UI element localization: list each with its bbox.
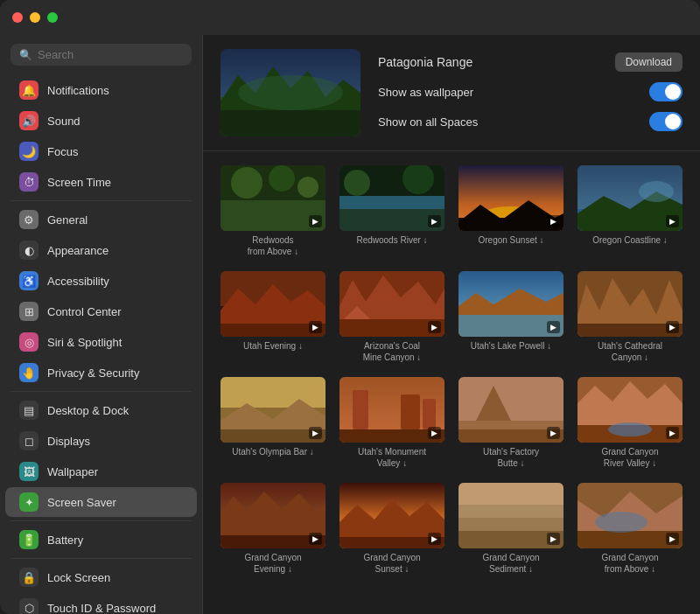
general-label: General (47, 213, 88, 227)
sidebar-item-privacy-security[interactable]: 🤚Privacy & Security (5, 358, 197, 387)
grid-item[interactable]: ▶Utah's Factory Butte ↓ (458, 377, 564, 469)
screen-saver-icon: ✦ (19, 492, 38, 512)
svg-rect-44 (401, 394, 420, 429)
grid-item[interactable]: ▶Arizona's Coal Mine Canyon ↓ (340, 271, 444, 363)
sidebar-divider (10, 558, 192, 559)
maximize-button[interactable] (47, 12, 58, 23)
grid-item[interactable]: ▶Utah Evening ↓ (220, 271, 326, 363)
desktop-dock-icon: ▤ (19, 401, 38, 420)
thumbnail: ▶ (578, 483, 682, 548)
search-box[interactable]: 🔍 (10, 44, 192, 66)
sidebar-item-displays[interactable]: ◻Displays (5, 426, 197, 456)
thumbnail: ▶ (220, 483, 326, 548)
minimize-button[interactable] (30, 12, 40, 23)
search-container: 🔍 (0, 35, 202, 74)
sidebar-item-general[interactable]: ⚙General (5, 205, 197, 234)
preview-name-row: Patagonia Range Download (378, 52, 682, 72)
show-on-all-spaces-toggle[interactable] (649, 112, 682, 131)
svg-rect-38 (220, 377, 326, 408)
preview-info: Patagonia Range Download Show as wallpap… (378, 49, 682, 131)
svg-rect-43 (353, 390, 368, 429)
sidebar-item-lock-screen[interactable]: 🔒Lock Screen (5, 562, 197, 592)
privacy-security-icon: 🤚 (19, 363, 38, 382)
play-icon: ▶ (309, 215, 322, 227)
grid-item[interactable]: ▶Grand Canyon from Above ↓ (578, 483, 682, 575)
grid-label: Oregon Coastline ↓ (592, 234, 668, 246)
privacy-security-label: Privacy & Security (47, 366, 139, 380)
sidebar-divider (10, 391, 192, 392)
sidebar-item-accessibility[interactable]: ♿Accessibility (5, 266, 197, 296)
grid-item[interactable]: ▶Grand Canyon River Valley ↓ (578, 377, 682, 469)
close-button[interactable] (12, 12, 23, 23)
grid-item[interactable]: ▶Utah's Olympia Bar ↓ (220, 377, 326, 469)
play-icon: ▶ (428, 321, 441, 333)
accessibility-label: Accessibility (47, 275, 109, 288)
play-icon: ▶ (428, 215, 441, 227)
thumbnail: ▶ (340, 483, 444, 548)
search-input[interactable] (38, 48, 183, 61)
thumbnail: ▶ (578, 377, 682, 443)
grid-label: Utah's Lake Powell ↓ (471, 340, 552, 352)
svg-point-13 (344, 170, 370, 196)
preview-thumbnail (220, 49, 360, 136)
battery-icon: 🔋 (19, 530, 38, 549)
svg-point-4 (238, 75, 343, 110)
wallpaper-icon: 🖼 (19, 462, 38, 481)
sidebar-item-screen-saver[interactable]: ✦Screen Saver (5, 487, 197, 517)
grid-item[interactable]: ▶Utah's Monument Valley ↓ (340, 377, 444, 469)
sidebar-item-wallpaper[interactable]: 🖼Wallpaper (5, 457, 197, 486)
displays-label: Displays (47, 435, 90, 448)
focus-label: Focus (47, 145, 78, 158)
sidebar-item-siri-spotlight[interactable]: ◎Siri & Spotlight (5, 327, 197, 357)
sidebar-item-control-center[interactable]: ⊞Control Center (5, 297, 197, 326)
desktop-dock-label: Desktop & Dock (47, 404, 129, 417)
grid-item[interactable]: ▶Grand Canyon Evening ↓ (220, 483, 326, 575)
grid-item[interactable]: ▶Utah's Cathedral Canyon ↓ (578, 271, 682, 363)
play-icon: ▶ (666, 321, 679, 333)
sidebar-item-battery[interactable]: 🔋Battery (5, 525, 197, 555)
play-icon: ▶ (547, 427, 560, 439)
svg-point-69 (595, 512, 648, 533)
grid-item[interactable]: ▶Oregon Sunset ↓ (458, 165, 564, 257)
main-content: ‹ › Screen Saver Patag (203, 0, 700, 614)
grid-label: Grand Canyon Sunset ↓ (363, 552, 420, 575)
touch-id-label: Touch ID & Password (47, 602, 156, 615)
show-as-wallpaper-row: Show as wallpaper (378, 82, 682, 101)
wallpaper-label: Wallpaper (47, 465, 98, 478)
touch-id-icon: ⬡ (19, 598, 38, 614)
grid-label: Oregon Sunset ↓ (478, 234, 543, 246)
show-as-wallpaper-toggle[interactable] (649, 82, 682, 101)
sidebar-item-appearance[interactable]: ◐Appearance (5, 235, 197, 265)
sidebar-item-sound[interactable]: 🔊Sound (5, 106, 197, 136)
titlebar (0, 0, 700, 35)
grid-item[interactable]: ▶Grand Canyon Sunset ↓ (340, 483, 444, 575)
sidebar-item-screen-time[interactable]: ⏱Screen Time (5, 167, 197, 197)
thumbnail: ▶ (220, 377, 326, 443)
sidebar-item-focus[interactable]: 🌙Focus (5, 136, 197, 166)
sidebar-item-desktop-dock[interactable]: ▤Desktop & Dock (5, 395, 197, 425)
sidebar-items: 🔔Notifications🔊Sound🌙Focus⏱Screen Time⚙G… (0, 75, 202, 614)
svg-point-54 (608, 422, 652, 436)
thumbnail: ▶ (340, 377, 444, 443)
control-center-icon: ⊞ (19, 302, 38, 321)
svg-point-7 (231, 167, 262, 199)
accessibility-icon: ♿ (19, 271, 38, 290)
svg-rect-3 (220, 110, 360, 136)
grid-item[interactable]: ▶Redwoods River ↓ (340, 165, 444, 257)
screen-saver-label: Screen Saver (47, 496, 116, 509)
svg-rect-64 (458, 518, 564, 531)
download-button[interactable]: Download (615, 52, 682, 72)
grid-label: Redwoods River ↓ (356, 234, 427, 246)
sidebar-item-touch-id[interactable]: ⬡Touch ID & Password (5, 593, 197, 614)
grid-item[interactable]: ▶Grand Canyon Sediment ↓ (458, 483, 564, 575)
grid-label: Grand Canyon Sediment ↓ (482, 552, 539, 575)
appearance-label: Appearance (47, 244, 108, 257)
grid-item[interactable]: ▶Utah's Lake Powell ↓ (458, 271, 564, 363)
grid-item[interactable]: ▶Redwoods from Above ↓ (220, 165, 326, 257)
sidebar-divider (10, 200, 192, 201)
control-center-label: Control Center (47, 305, 122, 318)
grid-item[interactable]: ▶Oregon Coastline ↓ (578, 165, 682, 257)
sidebar-item-notifications[interactable]: 🔔Notifications (5, 75, 197, 105)
svg-point-22 (639, 181, 674, 202)
grid-label: Arizona's Coal Mine Canyon ↓ (363, 340, 422, 363)
